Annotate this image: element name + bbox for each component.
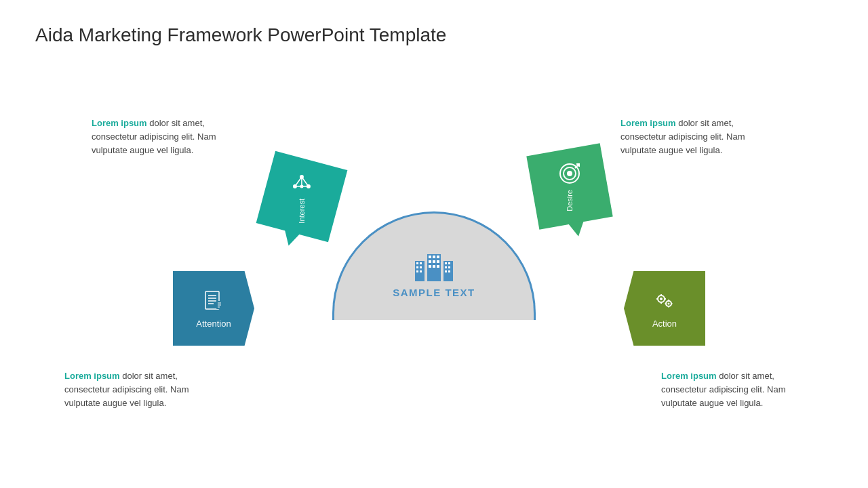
svg-point-10 <box>567 171 572 176</box>
text-bottom-right-highlight: Lorem ipsum <box>661 371 717 381</box>
svg-rect-56 <box>671 303 673 304</box>
svg-rect-53 <box>668 300 669 302</box>
svg-rect-18 <box>420 270 422 272</box>
target-icon <box>557 161 582 186</box>
svg-rect-15 <box>416 266 418 268</box>
svg-rect-23 <box>429 260 431 263</box>
svg-line-5 <box>302 177 309 186</box>
attention-label: Attention <box>196 319 231 329</box>
svg-rect-21 <box>433 256 435 258</box>
text-block-top-right: Lorem ipsum dolor sit amet, consectetur … <box>620 117 763 157</box>
svg-rect-54 <box>668 306 669 308</box>
interest-block: Interest <box>256 151 348 243</box>
svg-rect-28 <box>437 265 439 268</box>
svg-rect-20 <box>429 256 431 258</box>
svg-rect-34 <box>445 270 447 272</box>
text-block-bottom-right: Lorem ipsum dolor sit amet, consectetur … <box>661 369 804 410</box>
svg-rect-31 <box>448 262 450 264</box>
desire-label: Desire <box>566 190 574 211</box>
network-icon <box>290 170 314 195</box>
text-top-right-highlight: Lorem ipsum <box>620 118 676 128</box>
desire-block: Desire <box>526 143 612 229</box>
svg-rect-27 <box>433 265 435 268</box>
svg-rect-17 <box>416 270 418 272</box>
svg-rect-52 <box>664 298 666 300</box>
svg-rect-13 <box>416 262 418 264</box>
svg-rect-25 <box>437 260 439 263</box>
attention-block: Attention <box>173 271 254 346</box>
svg-rect-55 <box>665 303 667 304</box>
svg-rect-33 <box>448 266 450 268</box>
page-title: Aida Marketing Framework PowerPoint Temp… <box>35 24 446 46</box>
svg-rect-51 <box>656 298 658 300</box>
text-block-top-left: Lorem ipsum dolor sit amet, consectetur … <box>92 117 234 157</box>
svg-point-48 <box>668 302 670 304</box>
svg-rect-24 <box>433 260 435 263</box>
action-block: Action <box>624 271 705 346</box>
action-label: Action <box>652 319 677 329</box>
svg-rect-22 <box>437 256 439 258</box>
text-bottom-left-highlight: Lorem ipsum <box>64 371 120 381</box>
svg-point-46 <box>660 298 663 300</box>
svg-rect-35 <box>448 270 450 272</box>
svg-rect-49 <box>660 294 662 296</box>
svg-rect-32 <box>445 266 447 268</box>
svg-line-4 <box>295 177 302 186</box>
svg-rect-26 <box>429 265 431 268</box>
interest-label: Interest <box>298 199 306 224</box>
svg-rect-16 <box>420 266 422 268</box>
text-block-bottom-left: Lorem ipsum dolor sit amet, consectetur … <box>64 369 207 410</box>
svg-rect-14 <box>420 262 422 264</box>
buildings-icon <box>412 249 456 284</box>
svg-rect-30 <box>445 262 447 264</box>
svg-rect-50 <box>660 302 662 304</box>
text-top-left-highlight: Lorem ipsum <box>92 118 147 128</box>
sample-text: SAMPLE TEXT <box>393 287 475 298</box>
document-icon <box>201 289 226 313</box>
gear-icon <box>652 289 677 313</box>
center-semicircle: SAMPLE TEXT <box>332 211 536 320</box>
